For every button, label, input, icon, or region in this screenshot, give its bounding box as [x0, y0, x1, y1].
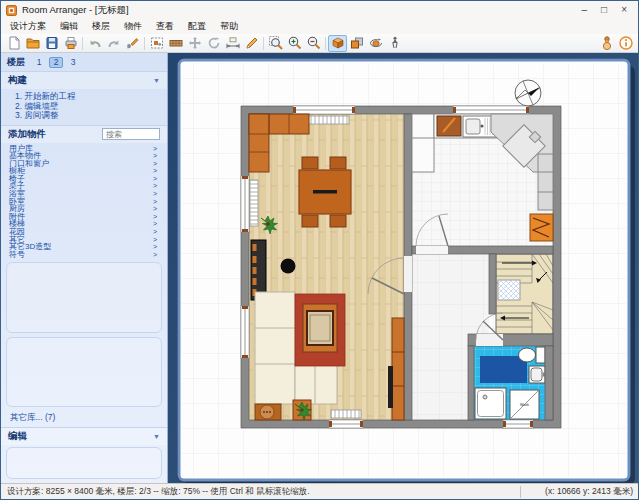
round-side-table[interactable]: [281, 259, 296, 274]
wall-cabinets[interactable]: [538, 154, 553, 210]
side-table[interactable]: [255, 404, 281, 420]
rotate-3d-button[interactable]: [366, 35, 385, 52]
other-libraries-link[interactable]: 其它库... (7): [1, 410, 167, 427]
zoom-out-icon: [306, 35, 322, 51]
collapse-arrow-icon[interactable]: ▼: [153, 77, 160, 84]
maximize-button[interactable]: □: [601, 5, 607, 15]
rotate-object-button[interactable]: [204, 35, 223, 52]
category-accessories[interactable]: 附件>: [1, 213, 167, 221]
potted-plant[interactable]: [293, 400, 312, 420]
category-garden[interactable]: 花园>: [1, 228, 167, 236]
window[interactable]: [241, 306, 249, 358]
category-symbols[interactable]: 符号>: [1, 251, 167, 259]
floor-plan-svg: Wash: [168, 53, 638, 483]
cooktop[interactable]: [437, 116, 461, 136]
coffee-table[interactable]: [303, 304, 337, 352]
category-bedroom[interactable]: 卧室>: [1, 198, 167, 206]
category-kitchen[interactable]: 厨房>: [1, 205, 167, 213]
window[interactable]: [293, 106, 355, 114]
menu-objects[interactable]: 物件: [117, 19, 149, 34]
radiator[interactable]: [250, 180, 258, 226]
minimize-button[interactable]: –: [582, 5, 588, 15]
plan-select-button[interactable]: [147, 35, 166, 52]
close-button[interactable]: ×: [621, 5, 627, 15]
chair[interactable]: [330, 157, 346, 169]
washing-machine[interactable]: Wash: [510, 390, 539, 419]
print-button[interactable]: [61, 35, 80, 52]
touch-mode-button[interactable]: [597, 35, 616, 52]
category-tables[interactable]: 桌子>: [1, 182, 167, 190]
bathroom-right-wall[interactable]: [545, 346, 553, 420]
menu-edit[interactable]: 编辑: [53, 19, 85, 34]
floor-plan[interactable]: Wash: [241, 80, 561, 428]
bathroom[interactable]: Wash: [474, 346, 546, 420]
view-3d-button[interactable]: [328, 35, 347, 52]
chair[interactable]: [330, 215, 346, 227]
kitchen-tall-cabinet[interactable]: [412, 114, 434, 172]
category-chairs[interactable]: 椅子>: [1, 175, 167, 183]
zoom-in-button[interactable]: [285, 35, 304, 52]
floor-tab-2[interactable]: 2: [49, 57, 63, 68]
category-stairs[interactable]: 楼梯>: [1, 220, 167, 228]
shower-tray[interactable]: [475, 388, 506, 419]
menu-options[interactable]: 配置: [181, 19, 213, 34]
status-text: 设计方案: 8255 × 8400 毫米, 楼层: 2/3 -- 缩放: 75%…: [1, 486, 520, 498]
draw-tool-button[interactable]: [242, 35, 261, 52]
menu-help[interactable]: 帮助: [213, 19, 245, 34]
kitchen-door-opening: [416, 246, 448, 254]
plan-canvas[interactable]: Wash: [168, 53, 638, 483]
radiator[interactable]: [331, 410, 361, 418]
compass[interactable]: [515, 80, 541, 106]
chevron-right-icon: >: [153, 167, 157, 175]
toolbar-separator: [144, 37, 145, 50]
save-button[interactable]: [42, 35, 61, 52]
undo-button[interactable]: [85, 35, 104, 52]
washbasin[interactable]: [529, 366, 546, 383]
dimension-button[interactable]: [223, 35, 242, 52]
tv-screen[interactable]: [388, 366, 393, 408]
build-section-header[interactable]: 构建 ▼: [1, 71, 167, 89]
category-doors-windows[interactable]: 门口和窗户>: [1, 160, 167, 168]
draw-wall-button[interactable]: [166, 35, 185, 52]
collapse-arrow-icon[interactable]: ▼: [153, 433, 160, 440]
zoom-region-button[interactable]: [266, 35, 285, 52]
app-icon: [6, 5, 17, 16]
format-brush-button[interactable]: [123, 35, 142, 52]
menu-design[interactable]: 设计方案: [3, 19, 53, 34]
toilet[interactable]: [519, 347, 546, 363]
stairs-wall[interactable]: [489, 254, 496, 314]
bathroom-left-wall[interactable]: [468, 346, 474, 420]
floor-tab-1[interactable]: 1: [32, 57, 46, 68]
bookshelf[interactable]: [251, 240, 266, 300]
category-cabinets[interactable]: 橱柜>: [1, 167, 167, 175]
staircase[interactable]: [496, 254, 553, 334]
move-object-button[interactable]: [185, 35, 204, 52]
info-button[interactable]: [616, 35, 635, 52]
edit-section-header[interactable]: 编辑 ▼: [1, 427, 167, 445]
window[interactable]: [503, 420, 533, 428]
chair[interactable]: [302, 157, 318, 169]
step-adjust-rooms[interactable]: 3. 房间调整: [1, 111, 167, 121]
kitchen-heater[interactable]: [530, 214, 553, 241]
window[interactable]: [241, 176, 249, 232]
category-bathroom[interactable]: 浴室>: [1, 190, 167, 198]
cursor-coordinates: (x: 10666 y: 2413 毫米): [520, 486, 638, 498]
walkthrough-button[interactable]: [385, 35, 404, 52]
zoom-out-button[interactable]: [304, 35, 323, 52]
window[interactable]: [329, 420, 363, 428]
open-button[interactable]: [23, 35, 42, 52]
menu-floors[interactable]: 楼层: [85, 19, 117, 34]
chevron-right-icon: >: [153, 190, 157, 198]
svg-text:Wash: Wash: [520, 403, 529, 407]
objects-3d-button[interactable]: [347, 35, 366, 52]
floor-tab-3[interactable]: 3: [66, 57, 80, 68]
bath-rug[interactable]: [480, 356, 527, 383]
category-other-3d[interactable]: 其它3D造型>: [1, 243, 167, 251]
chevron-right-icon: >: [153, 182, 157, 190]
redo-button[interactable]: [104, 35, 123, 52]
new-button[interactable]: [4, 35, 23, 52]
window[interactable]: [453, 106, 529, 114]
search-input[interactable]: [102, 128, 160, 140]
chair[interactable]: [302, 215, 318, 227]
menu-view[interactable]: 查看: [149, 19, 181, 34]
